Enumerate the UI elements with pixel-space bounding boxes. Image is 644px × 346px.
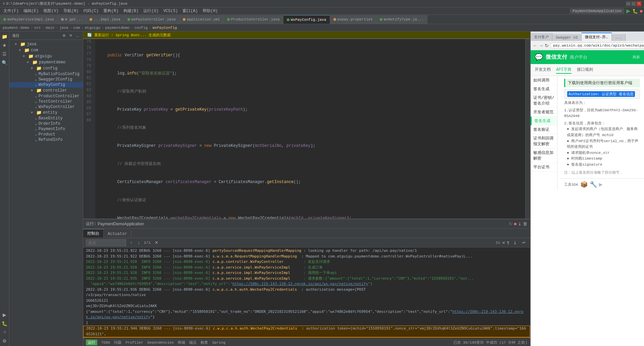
code-editor[interactable]: public Verifier getVerifier(){ log.info(…: [95, 39, 525, 219]
browser-tab-more[interactable]: ...: [612, 34, 626, 41]
tab-wxpayserviceimpl[interactable]: WxPayServiceImpl.java: [0, 15, 58, 24]
soft-wrap-button[interactable]: ↵: [521, 239, 527, 246]
nav-pingtaizhengshu[interactable]: 平台证书: [531, 163, 557, 172]
minimize-button[interactable]: —: [626, 1, 631, 6]
tree-paymentdemo[interactable]: ▼ 📁 paymentdemo: [9, 59, 83, 65]
tab-wxpayconfig[interactable]: WxPayConfig.java: [283, 15, 330, 24]
tab-wxnotifytype[interactable]: WxNotifyType.ja...: [376, 15, 427, 24]
nav-zhengshu2[interactable]: 证书和回调报文解密: [531, 134, 557, 149]
todo-tab[interactable]: TODO: [101, 341, 110, 345]
nav-kaifa[interactable]: 开发文档: [535, 66, 551, 74]
tree-com[interactable]: ▼ 📁 com: [9, 47, 83, 53]
close-search-button[interactable]: ✕: [153, 239, 160, 246]
sidebar-collapse-icon[interactable]: ≡: [68, 33, 73, 38]
browser-url-bar[interactable]: pay.weixin.qq.com/wiki/doc/apiv3/wechatp…: [550, 43, 644, 49]
settings-button[interactable]: ⚙: [1, 337, 8, 345]
search-down-button[interactable]: ↓: [137, 239, 142, 246]
sidebar-more-icon[interactable]: …: [75, 33, 80, 38]
menu-file[interactable]: 文件(F): [1, 7, 21, 14]
tree-swagger2[interactable]: ☕ Swagger2Config: [9, 77, 83, 82]
breadcrumb-wxpayconfig[interactable]: WxPayConfig: [153, 26, 177, 30]
tree-atguigu[interactable]: ▼ 📁 atguigu: [9, 53, 83, 59]
tab-productcontroller[interactable]: ProductController.java: [224, 15, 283, 24]
close-button[interactable]: ✕: [637, 1, 641, 6]
tool-icon-3[interactable]: ▶: [599, 181, 603, 188]
breadcrumb-paymentdemo[interactable]: payment-demo: [3, 26, 29, 30]
notify-url-link[interactable]: https://500c-219-143-130-12.ngrok.io/api…: [232, 282, 368, 286]
inspect-tab[interactable]: 检查: [201, 340, 208, 345]
sidebar-settings-icon[interactable]: ⚙: [61, 33, 67, 38]
run-button[interactable]: ▶: [626, 8, 630, 14]
window-controls[interactable]: — □ ✕: [626, 1, 641, 6]
tab-impl[interactable]: ...Impl.java: [86, 15, 124, 24]
tree-config-folder[interactable]: ▼ 📁 config: [9, 65, 83, 71]
browser-forward-button[interactable]: →: [539, 43, 543, 48]
breadcrumb-com[interactable]: com: [73, 26, 80, 30]
breadcrumb-atguigu[interactable]: atguigu: [85, 26, 100, 30]
git-button[interactable]: ⑂: [1, 329, 8, 336]
debug-panel-button[interactable]: 🐛: [1, 320, 8, 327]
run-panel-button[interactable]: ▶: [1, 311, 8, 319]
maximize-button[interactable]: □: [631, 1, 636, 6]
menu-refactor[interactable]: 重构(R): [101, 7, 121, 14]
tab-wxpayprops[interactable]: wxpay.properties: [330, 15, 377, 24]
stop-run-button[interactable]: ■: [514, 221, 517, 226]
menu-view[interactable]: 视图(V): [41, 7, 61, 14]
tool-icon-1[interactable]: 📦: [580, 181, 588, 188]
browser-back-button[interactable]: ←: [533, 43, 537, 48]
tree-wxpaycontroller[interactable]: ☕ WxPayController: [9, 104, 83, 110]
menu-build[interactable]: 构建(B): [121, 7, 141, 14]
scroll-lock-button[interactable]: ⤓: [512, 239, 518, 246]
breadcrumb-paymentdemo2[interactable]: paymentdemo: [105, 26, 130, 30]
browser-tab-swagger[interactable]: Swagger UI: [552, 34, 582, 41]
nav-zhengshu[interactable]: 证书/密钥/签名介绍: [531, 94, 557, 108]
menu-code[interactable]: 代码(C): [81, 7, 101, 14]
tree-testcontroller[interactable]: ☕ TestController: [9, 99, 83, 104]
browser-tab-wxpay[interactable]: 微信支付-开发者: [582, 33, 612, 41]
tab-actuator[interactable]: Actuator: [104, 230, 131, 238]
tool-icon-2[interactable]: 🔧: [590, 181, 597, 188]
tree-orderinfo[interactable]: ☕ OrderInfo: [9, 121, 83, 126]
menu-navigate[interactable]: 导航(N): [61, 7, 81, 14]
tab-get[interactable]: m get...: [58, 15, 87, 24]
tree-productcontroller[interactable]: ☕ ProductController: [9, 94, 83, 99]
breadcrumb-java[interactable]: java: [59, 26, 68, 30]
tree-mybatisplus[interactable]: ☕ MyBatisPlusConfig: [9, 71, 83, 77]
tab-console[interactable]: 控制台: [83, 229, 104, 238]
search-up-button[interactable]: ↑: [129, 239, 134, 246]
breadcrumb-src[interactable]: src: [34, 26, 41, 30]
dependencies-tab[interactable]: Dependencies: [147, 341, 174, 345]
tab-applicationyml[interactable]: application.yml: [179, 15, 224, 24]
bookmark-button[interactable]: ★: [1, 42, 8, 49]
nav-kaifaguifan[interactable]: 开发者规范: [531, 108, 557, 117]
menu-run[interactable]: 运行(U): [141, 7, 161, 14]
console-search[interactable]: [86, 239, 126, 246]
tree-baseentity[interactable]: ☕ BaseEntity: [9, 116, 83, 121]
tree-wxpayconfig[interactable]: ☕ WxPayConfig: [9, 82, 83, 88]
breadcrumb-main[interactable]: main: [46, 26, 54, 30]
nav-qianming2[interactable]: 签名生成: [531, 117, 557, 125]
endpoints-tab[interactable]: 端点: [189, 340, 197, 345]
scroll-end-button[interactable]: ⤓: [518, 221, 522, 226]
structure-button[interactable]: ☰: [1, 50, 8, 58]
browser-tab-zhifukehu[interactable]: 支付客户: [531, 33, 552, 41]
spring-tab[interactable]: Spring: [212, 341, 225, 345]
console-log[interactable]: 2022-10-23 19:55:21.922 DEBUG 3260 --- […: [83, 247, 530, 339]
debug-button[interactable]: 🐛: [632, 8, 638, 14]
nav-qianmingyanzheng[interactable]: 签名验证: [531, 125, 557, 134]
nav-ruhe[interactable]: 如何调用: [531, 76, 557, 85]
browser-refresh-button[interactable]: ↻: [545, 43, 549, 48]
tree-paymentinfo[interactable]: ☕ PaymentInfo: [9, 126, 83, 132]
clear-console-button[interactable]: 🗑: [523, 221, 527, 226]
run-config-selector[interactable]: PaymentDemoApplication: [570, 8, 624, 14]
terminal-tab[interactable]: 终端: [178, 340, 185, 345]
tree-java[interactable]: ▼ 📁 java: [9, 41, 83, 47]
issues-tab[interactable]: 问题: [114, 340, 121, 345]
editor-scrollbar[interactable]: [525, 39, 530, 219]
profiler-tab[interactable]: Profiler: [125, 341, 143, 345]
nav-mingan[interactable]: 敏感信息加解密: [531, 149, 557, 163]
tree-entity-folder[interactable]: ▼ 📁 entity: [9, 110, 83, 116]
nav-jiekougz[interactable]: 接口规则: [577, 66, 593, 74]
menu-help[interactable]: 帮助(H): [201, 7, 220, 14]
sidebar-actions[interactable]: ⚙ ≡ …: [61, 33, 80, 38]
